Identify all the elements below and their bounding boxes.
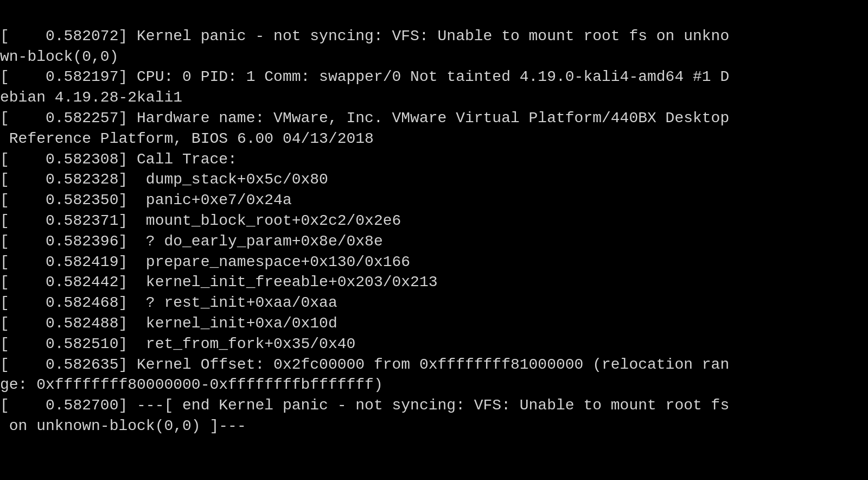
terminal-line: [ 0.582328] dump_stack+0x5c/0x80 — [0, 169, 868, 190]
terminal-line: [ 0.582419] prepare_namespace+0x130/0x16… — [0, 252, 868, 273]
terminal-line: [ 0.582308] Call Trace: — [0, 149, 868, 170]
terminal-line: Reference Platform, BIOS 6.00 04/13/2018 — [0, 129, 868, 149]
terminal-line: [ 0.582072] Kernel panic - not syncing: … — [0, 26, 868, 47]
terminal-line: ebian 4.19.28-2kali1 — [0, 87, 868, 108]
terminal-output: [ 0.582072] Kernel panic - not syncing: … — [0, 5, 868, 437]
terminal-line: [ 0.582350] panic+0xe7/0x24a — [0, 190, 868, 211]
terminal-line: ge: 0xffffffff80000000-0xffffffffbffffff… — [0, 375, 868, 395]
terminal-line: [ 0.582488] kernel_init+0xa/0x10d — [0, 313, 868, 334]
terminal-line: on unknown-block(0,0) ]--- — [0, 416, 868, 437]
terminal-line: [ 0.582371] mount_block_root+0x2c2/0x2e6 — [0, 211, 868, 231]
terminal-line: [ 0.582442] kernel_init_freeable+0x203/0… — [0, 272, 868, 293]
terminal-line: [ 0.582510] ret_from_fork+0x35/0x40 — [0, 334, 868, 355]
terminal-line: [ 0.582700] ---[ end Kernel panic - not … — [0, 395, 868, 416]
terminal-line: [ 0.582257] Hardware name: VMware, Inc. … — [0, 108, 868, 129]
terminal-line: [ 0.582635] Kernel Offset: 0x2fc00000 fr… — [0, 355, 868, 375]
terminal-line: wn-block(0,0) — [0, 47, 868, 67]
terminal-line: [ 0.582197] CPU: 0 PID: 1 Comm: swapper/… — [0, 67, 868, 87]
terminal-line: [ 0.582468] ? rest_init+0xaa/0xaa — [0, 293, 868, 313]
terminal-line: [ 0.582396] ? do_early_param+0x8e/0x8e — [0, 231, 868, 252]
